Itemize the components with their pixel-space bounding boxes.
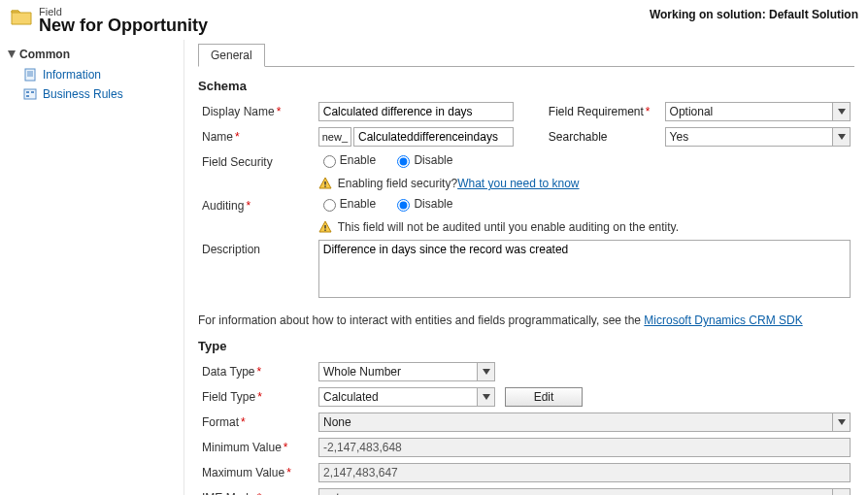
display-name-input[interactable] xyxy=(318,102,514,121)
solution-context: Working on solution: Default Solution xyxy=(650,8,858,21)
select-value: Yes xyxy=(666,130,832,144)
select-value: Optional xyxy=(666,105,832,118)
auditing-disable-radio[interactable]: Disable xyxy=(392,196,452,212)
svg-rect-0 xyxy=(25,69,35,81)
select-value: Whole Number xyxy=(319,365,477,379)
header-titles: Field New for Opportunity xyxy=(39,6,650,36)
required-icon: * xyxy=(241,415,246,429)
chevron-down-icon xyxy=(477,388,494,406)
name-input[interactable] xyxy=(353,127,514,147)
svg-rect-4 xyxy=(24,89,36,99)
format-select[interactable]: None xyxy=(318,412,851,432)
field-type-select[interactable]: Calculated xyxy=(318,387,495,407)
warning-icon xyxy=(318,177,332,190)
svg-rect-9 xyxy=(324,186,325,187)
select-value: None xyxy=(319,415,832,429)
field-security-label: Field Security xyxy=(202,155,273,169)
min-value-label: Minimum Value xyxy=(202,441,282,454)
max-value-label: Maximum Value xyxy=(202,466,284,479)
chevron-down-icon xyxy=(477,363,494,380)
auditing-warning: This field will not be audited until you… xyxy=(318,220,851,234)
required-icon: * xyxy=(257,491,262,495)
required-icon: * xyxy=(286,466,291,479)
page-title: New for Opportunity xyxy=(39,16,650,36)
required-icon: * xyxy=(284,441,288,454)
display-name-label: Display Name xyxy=(202,105,275,118)
required-icon: * xyxy=(235,130,240,144)
svg-rect-7 xyxy=(26,95,29,97)
required-icon: * xyxy=(257,390,262,404)
svg-rect-10 xyxy=(324,225,325,229)
select-value: auto xyxy=(319,491,832,495)
rules-icon xyxy=(23,87,37,101)
sidebar: Common Information Business Rules xyxy=(0,40,184,495)
sidebar-section-label: Common xyxy=(19,48,70,61)
sidebar-item-information[interactable]: Information xyxy=(0,65,184,84)
field-security-disable-radio[interactable]: Disable xyxy=(392,152,452,168)
sidebar-section-common[interactable]: Common xyxy=(0,44,184,65)
field-security-warning: Enabling field security? What you need t… xyxy=(318,177,851,190)
header: Field New for Opportunity Working on sol… xyxy=(0,0,868,40)
field-security-enable-radio[interactable]: Enable xyxy=(318,152,376,168)
ime-mode-label: IME Mode xyxy=(202,491,255,495)
svg-rect-5 xyxy=(26,91,29,93)
searchable-select[interactable]: Yes xyxy=(665,127,851,147)
svg-rect-11 xyxy=(324,230,325,231)
sidebar-item-label: Business Rules xyxy=(43,87,123,101)
chevron-down-icon xyxy=(832,489,850,495)
field-security-learn-link[interactable]: What you need to know xyxy=(457,177,579,190)
sdk-info-line: For information about how to interact wi… xyxy=(198,314,854,327)
chevron-down-icon xyxy=(832,128,850,146)
tab-label: General xyxy=(211,49,252,62)
sidebar-item-label: Information xyxy=(43,68,101,82)
required-icon: * xyxy=(256,365,261,379)
sidebar-item-business-rules[interactable]: Business Rules xyxy=(0,84,184,104)
field-requirement-select[interactable]: Optional xyxy=(665,102,851,121)
required-icon: * xyxy=(646,105,651,118)
min-value-input xyxy=(318,438,851,457)
description-label: Description xyxy=(202,243,260,256)
tab-general[interactable]: General xyxy=(198,44,265,67)
tab-bar: General xyxy=(198,44,854,67)
field-type-label: Field Type xyxy=(202,390,255,404)
document-icon xyxy=(23,68,37,82)
chevron-down-icon xyxy=(832,103,850,120)
sdk-link[interactable]: Microsoft Dynamics CRM SDK xyxy=(644,314,802,327)
data-type-select[interactable]: Whole Number xyxy=(318,362,495,381)
section-schema-heading: Schema xyxy=(198,79,854,93)
required-icon: * xyxy=(246,199,250,213)
auditing-enable-radio[interactable]: Enable xyxy=(318,196,376,212)
warning-text: Enabling field security? xyxy=(338,177,457,190)
main-content: General Schema Display Name* Field Requi… xyxy=(184,40,868,495)
folder-icon xyxy=(10,6,33,29)
name-label: Name xyxy=(202,130,233,144)
collapse-icon xyxy=(8,48,16,61)
svg-rect-6 xyxy=(31,91,34,93)
type-form: Data Type* Whole Number Field Type* Calc… xyxy=(198,359,854,495)
max-value-input xyxy=(318,463,851,482)
ime-mode-select[interactable]: auto xyxy=(318,488,851,495)
select-value: Calculated xyxy=(319,390,477,404)
required-icon: * xyxy=(277,105,282,118)
schema-form: Display Name* Field Requirement* Optiona… xyxy=(198,99,854,304)
field-requirement-label: Field Requirement xyxy=(549,105,644,118)
chevron-down-icon xyxy=(832,413,850,431)
description-input[interactable] xyxy=(318,240,851,298)
warning-icon xyxy=(318,220,332,234)
section-type-heading: Type xyxy=(198,339,854,353)
warning-text: This field will not be audited until you… xyxy=(338,220,679,234)
name-prefix: new_ xyxy=(318,127,351,147)
data-type-label: Data Type xyxy=(202,365,254,379)
auditing-label: Auditing xyxy=(202,199,244,213)
searchable-label: Searchable xyxy=(549,130,608,144)
format-label: Format xyxy=(202,415,239,429)
edit-button[interactable]: Edit xyxy=(505,387,583,407)
svg-rect-8 xyxy=(324,182,325,185)
